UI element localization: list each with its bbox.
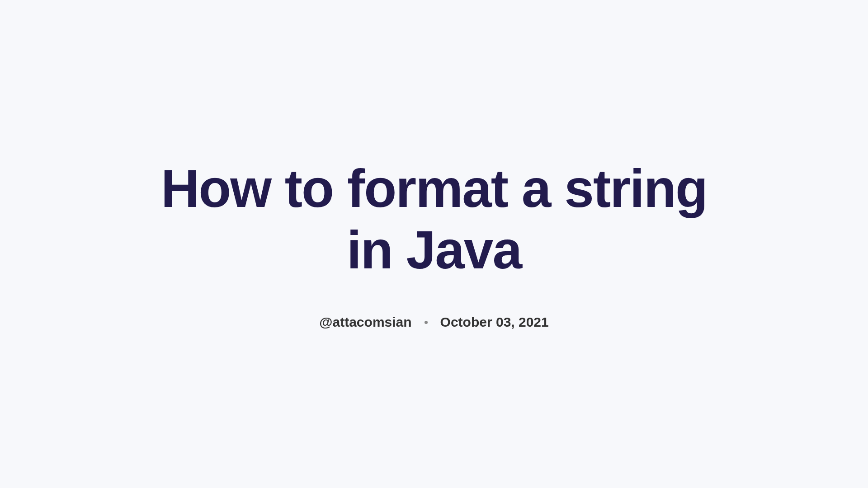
article-meta: @attacomsian October 03, 2021 [319, 314, 548, 330]
separator-dot-icon [425, 321, 428, 324]
article-header: How to format a string in Java @attacoms… [140, 158, 728, 330]
article-date: October 03, 2021 [440, 314, 549, 330]
article-title: How to format a string in Java [140, 158, 728, 281]
article-author: @attacomsian [319, 314, 411, 330]
